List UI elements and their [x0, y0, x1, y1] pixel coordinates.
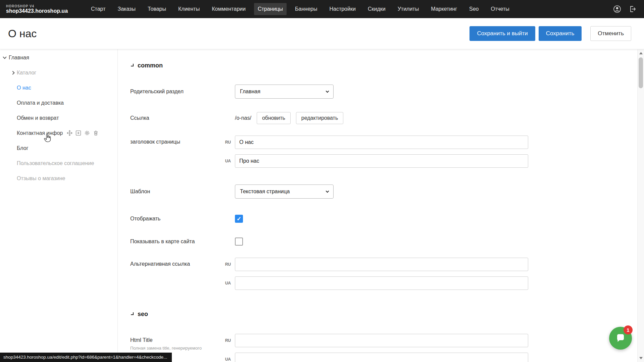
chat-widget-button[interactable]: 1	[609, 327, 632, 350]
sidebar-item-blog[interactable]: Блог	[0, 141, 117, 156]
sidebar-item-label: Каталог	[17, 70, 36, 76]
add-page-icon[interactable]	[76, 130, 81, 136]
section-title: seo	[138, 311, 148, 318]
nav-pages[interactable]: Страницы	[254, 3, 287, 15]
parent-section-select[interactable]: Главная	[235, 85, 334, 99]
nav-banners[interactable]: Баннеры	[291, 3, 321, 15]
sidebar-item-oplata[interactable]: Оплата и доставка	[0, 95, 117, 110]
field-template: Шаблон Текстовая страница	[130, 185, 637, 199]
field-label: Ссылка	[130, 115, 218, 121]
nav-utilities[interactable]: Утилиты	[394, 3, 423, 15]
nav-clients[interactable]: Клиенты	[175, 3, 203, 15]
field-label: Показывать в карте сайта	[130, 239, 218, 245]
alt-link-ua-input[interactable]	[235, 276, 528, 290]
sidebar-item-obmen[interactable]: Обмен и возврат	[0, 110, 117, 125]
alt-link-ru-input[interactable]	[235, 258, 528, 271]
sidebar-item-label: Обмен и возврат	[17, 115, 59, 121]
nav-discounts[interactable]: Скидки	[364, 3, 389, 15]
field-label-block: Html Title Полная замена title, генериру…	[130, 334, 218, 351]
refresh-link-button[interactable]: обновить	[257, 112, 291, 124]
html-title-ua-input[interactable]	[235, 353, 528, 362]
brand-version: HOROSHOP V4	[6, 4, 81, 8]
save-and-exit-button[interactable]: Сохранить и выйти	[469, 26, 535, 41]
field-sitemap: Показывать в карте сайта	[130, 238, 637, 246]
chevron-down-icon	[131, 312, 134, 315]
chat-unread-badge: 1	[624, 325, 633, 334]
brand-domain: shop34423.horoshop.ua	[6, 8, 81, 14]
app-window: HOROSHOP V4 shop34423.horoshop.ua Старт …	[0, 0, 644, 362]
nav-start[interactable]: Старт	[87, 3, 109, 15]
field-html-title: Html Title Полная замена title, генериру…	[130, 334, 637, 362]
section-common[interactable]: common	[130, 62, 637, 69]
sidebar-item-glavnaya[interactable]: Главная	[0, 50, 117, 65]
chat-bubble-icon	[615, 333, 626, 344]
section-seo[interactable]: seo	[130, 311, 637, 318]
header-actions: Сохранить и выйти Сохранить Отменить	[469, 26, 644, 41]
link-path: /o-nas/	[235, 115, 251, 121]
sidebar-item-katalog[interactable]: Каталог	[0, 65, 117, 80]
edit-link-button[interactable]: редактировать	[296, 112, 343, 124]
chevron-down-icon	[326, 90, 329, 93]
nav-products[interactable]: Товары	[144, 3, 170, 15]
status-url-tooltip: shop34423.horoshop.ua/edit/edit.php?id=6…	[0, 353, 172, 362]
chevron-down-icon[interactable]	[3, 55, 6, 59]
template-select[interactable]: Текстовая страница	[235, 185, 334, 199]
selected-value: Текстовая страница	[240, 189, 290, 195]
sidebar-item-otzyvy[interactable]: Отзывы о магазине	[0, 171, 117, 186]
chevron-down-icon	[131, 64, 134, 66]
logout-icon[interactable]	[629, 5, 637, 13]
trash-icon[interactable]	[93, 130, 99, 136]
save-button[interactable]: Сохранить	[539, 26, 582, 41]
sidebar-item-label: Отзывы о магазине	[17, 175, 65, 182]
field-display: Отображать ✓	[130, 215, 637, 223]
scroll-down-arrow[interactable]	[639, 357, 643, 359]
vertical-scrollbar[interactable]	[637, 49, 644, 362]
cancel-button[interactable]: Отменить	[590, 26, 631, 41]
sidebar-item-label: Главная	[9, 55, 29, 61]
field-label: Html Title	[130, 337, 218, 343]
field-page-title: заголовок страницы RU UA	[130, 136, 637, 168]
sidebar-item-label: Оплата и доставка	[17, 100, 64, 106]
field-label: Отображать	[130, 216, 218, 222]
nav-marketing[interactable]: Маркетинг	[427, 3, 461, 15]
field-alt-link: Альтернативная ссылка RU UA	[130, 258, 637, 290]
selected-value: Главная	[240, 89, 260, 95]
scrollbar-thumb[interactable]	[639, 57, 643, 88]
display-checkbox[interactable]: ✓	[235, 215, 243, 223]
chevron-right-icon[interactable]	[11, 71, 14, 74]
move-icon[interactable]	[67, 130, 72, 136]
sidebar-item-label: Контактная инфор	[17, 130, 63, 136]
sidebar-item-kontaktnaya[interactable]: Контактная инфор	[0, 125, 117, 141]
nav-comments[interactable]: Комментарии	[208, 3, 249, 15]
html-title-ru-input[interactable]	[235, 334, 528, 347]
nav-reports[interactable]: Отчеты	[487, 3, 513, 15]
field-link: Ссылка /o-nas/ обновить редактировать	[130, 112, 637, 124]
gear-icon[interactable]	[84, 130, 90, 136]
field-label: Альтернативная ссылка	[130, 258, 218, 267]
check-icon: ✓	[237, 215, 241, 222]
tree-item-actions	[67, 130, 99, 136]
nav-seo[interactable]: Seo	[465, 3, 482, 15]
sitemap-checkbox[interactable]	[235, 238, 243, 246]
account-icon[interactable]	[613, 5, 621, 13]
page-title-ru-input[interactable]	[235, 136, 528, 149]
main-nav: Старт Заказы Товары Клиенты Комментарии …	[87, 3, 613, 15]
nav-settings[interactable]: Настройки	[326, 3, 359, 15]
pages-tree-sidebar: Главная Каталог О нас Оплата и доставка …	[0, 49, 118, 362]
brand[interactable]: HOROSHOP V4 shop34423.horoshop.ua	[0, 4, 87, 14]
nav-orders[interactable]: Заказы	[114, 3, 139, 15]
field-label: Родительский раздел	[130, 89, 218, 95]
sidebar-item-polzovatelskoe[interactable]: Пользовательское соглашение	[0, 156, 117, 171]
topbar: HOROSHOP V4 shop34423.horoshop.ua Старт …	[0, 0, 644, 18]
sidebar-item-label: О нас	[17, 85, 31, 91]
sidebar-item-o-nas[interactable]: О нас	[0, 80, 117, 95]
page-title-ua-input[interactable]	[235, 154, 528, 168]
page-header: О нас Сохранить и выйти Сохранить Отмени…	[0, 18, 644, 49]
page-title: О нас	[0, 28, 469, 40]
scroll-up-arrow[interactable]	[639, 52, 643, 54]
field-hint: Полная замена title, генерируемого	[130, 346, 214, 351]
sidebar-item-label: Пользовательское соглашение	[17, 160, 94, 166]
section-title: common	[138, 62, 163, 69]
lang-badge-ua: UA	[218, 159, 235, 163]
lang-badge-ru: RU	[218, 338, 235, 343]
